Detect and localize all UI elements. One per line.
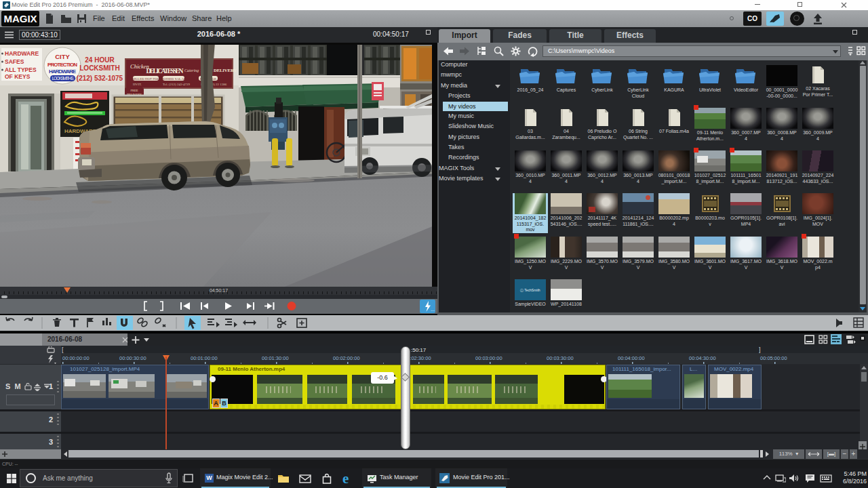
svg-text:PROTECTION: PROTECTION <box>47 62 77 68</box>
svg-text:OF KEYS: OF KEYS <box>5 73 31 80</box>
svg-text:SAFES: SAFES <box>5 58 24 65</box>
svg-text:Tel. (212) 243-4729: Tel. (212) 243-4729 <box>163 83 191 86</box>
svg-text:CITY: CITY <box>55 53 70 60</box>
svg-text:HARDWARE: HARDWARE <box>49 68 77 75</box>
svg-text:TOSSED SALAD: TOSSED SALAD <box>161 77 186 81</box>
svg-text:HARDWARE: HARDWARE <box>5 50 39 57</box>
svg-text:(212) 532-1075: (212) 532-1075 <box>77 75 123 82</box>
svg-text:ALL TYPES: ALL TYPES <box>5 66 37 73</box>
svg-text:HVIT.: HVIT. <box>133 83 142 86</box>
svg-text:LOCKSMITH: LOCKSMITH <box>79 64 119 72</box>
svg-text:DELICATESSEN: DELICATESSEN <box>146 67 184 75</box>
svg-text:LOCKSMITHS: LOCKSMITHS <box>52 76 75 81</box>
svg-text:Catering: Catering <box>184 68 199 73</box>
svg-text:GRILLED HOT FOOD: GRILLED HOT FOOD <box>130 77 162 81</box>
svg-text:FREE: FREE <box>130 89 138 92</box>
svg-text:24 HOUR: 24 HOUR <box>85 56 115 64</box>
